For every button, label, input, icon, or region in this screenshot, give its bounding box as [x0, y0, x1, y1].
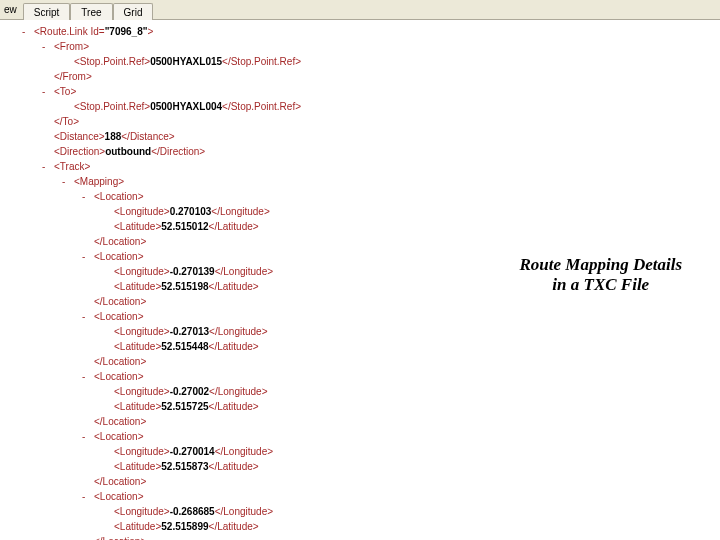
xml-value: 0500HYAXL015	[150, 54, 222, 69]
caption-line: in a TXC File	[520, 275, 682, 295]
collapse-icon[interactable]: -	[42, 39, 52, 54]
xml-tag: <Longitude>	[114, 264, 170, 279]
xml-node: - <Location>	[4, 369, 720, 384]
xml-tag: </Stop.Point.Ref>	[222, 99, 301, 114]
xml-node: - <To>	[4, 84, 720, 99]
xml-value: 52.515873	[161, 459, 208, 474]
xml-tag: <Direction>	[54, 144, 105, 159]
xml-tag: </Latitude>	[209, 459, 259, 474]
collapse-icon[interactable]: -	[82, 429, 92, 444]
xml-tag: </Longitude>	[211, 204, 269, 219]
xml-tag: </Latitude>	[209, 339, 259, 354]
xml-node: - <Track>	[4, 159, 720, 174]
xml-tag: </Latitude>	[209, 219, 259, 234]
collapse-icon[interactable]: -	[62, 174, 72, 189]
xml-tag: </Location>	[94, 354, 146, 369]
xml-value: 52.515198	[161, 279, 208, 294]
xml-tag: </Latitude>	[209, 399, 259, 414]
xml-tag: <Distance>	[54, 129, 105, 144]
xml-value: 0.270103	[170, 204, 212, 219]
xml-tag: <Longitude>	[114, 444, 170, 459]
xml-tag: <Track>	[54, 159, 90, 174]
xml-node: <Longitude>-0.27013</Longitude>	[4, 324, 720, 339]
xml-tag: <Mapping>	[74, 174, 124, 189]
xml-tag: <Location>	[94, 249, 144, 264]
xml-node: </Location>	[4, 354, 720, 369]
xml-value: 52.515012	[161, 219, 208, 234]
collapse-icon[interactable]: -	[82, 249, 92, 264]
xml-node: - <Location>	[4, 489, 720, 504]
collapse-icon[interactable]: -	[82, 369, 92, 384]
tab-script[interactable]: Script	[23, 3, 71, 21]
xml-node: </Location>	[4, 534, 720, 540]
caption-annotation: Route Mapping Details in a TXC File	[520, 255, 682, 295]
xml-tag: <Location>	[94, 429, 144, 444]
collapse-icon[interactable]: -	[42, 159, 52, 174]
xml-node: </From>	[4, 69, 720, 84]
xml-tag: </Location>	[94, 414, 146, 429]
collapse-icon[interactable]: -	[82, 489, 92, 504]
toolbar: ew Script Tree Grid	[0, 0, 720, 20]
xml-tag: </Location>	[94, 474, 146, 489]
xml-node: - <From>	[4, 39, 720, 54]
collapse-icon[interactable]: -	[42, 84, 52, 99]
xml-tag: <Location>	[94, 489, 144, 504]
xml-tag: <From>	[54, 39, 89, 54]
xml-node: <Latitude>52.515012</Latitude>	[4, 219, 720, 234]
xml-tag: </Stop.Point.Ref>	[222, 54, 301, 69]
xml-node: <Stop.Point.Ref>0500HYAXL015</Stop.Point…	[4, 54, 720, 69]
xml-tag: <Location>	[94, 189, 144, 204]
collapse-icon[interactable]: -	[82, 189, 92, 204]
xml-tag: <Longitude>	[114, 204, 170, 219]
xml-tag: <Longitude>	[114, 504, 170, 519]
xml-tag: <Latitude>	[114, 519, 161, 534]
xml-value: 52.515725	[161, 399, 208, 414]
xml-tag: <Stop.Point.Ref>	[74, 99, 150, 114]
xml-node: <Latitude>52.515873</Latitude>	[4, 459, 720, 474]
xml-tag: </Longitude>	[215, 504, 273, 519]
xml-node: <Longitude>-0.270014</Longitude>	[4, 444, 720, 459]
tab-grid[interactable]: Grid	[113, 3, 154, 21]
xml-node: <Longitude>-0.27002</Longitude>	[4, 384, 720, 399]
xml-tag: </Longitude>	[215, 264, 273, 279]
xml-node: <Direction>outbound</Direction>	[4, 144, 720, 159]
xml-tag: <Stop.Point.Ref>	[74, 54, 150, 69]
xml-value: -0.27002	[170, 384, 209, 399]
xml-node: </Location>	[4, 294, 720, 309]
xml-tag: <Longitude>	[114, 324, 170, 339]
xml-tag: </Location>	[94, 534, 146, 540]
xml-tag: </Location>	[94, 294, 146, 309]
tab-group: Script Tree Grid	[23, 0, 154, 20]
xml-node: - <Mapping>	[4, 174, 720, 189]
xml-tag: <Route.Link Id=	[34, 24, 105, 39]
xml-node: <Latitude>52.515899</Latitude>	[4, 519, 720, 534]
xml-node: </Location>	[4, 474, 720, 489]
xml-tag: </Direction>	[151, 144, 205, 159]
xml-tag: <Latitude>	[114, 399, 161, 414]
xml-value: 52.515448	[161, 339, 208, 354]
xml-node: - <Route.Link Id="7096_8">	[4, 24, 720, 39]
caption-line: Route Mapping Details	[520, 255, 682, 275]
collapse-icon[interactable]: -	[82, 309, 92, 324]
xml-tag: </From>	[54, 69, 92, 84]
xml-node: <Latitude>52.515448</Latitude>	[4, 339, 720, 354]
xml-tag: <Location>	[94, 369, 144, 384]
xml-tag: <Latitude>	[114, 339, 161, 354]
xml-value: 52.515899	[161, 519, 208, 534]
xml-tag: </Location>	[94, 234, 146, 249]
xml-tag: <Longitude>	[114, 384, 170, 399]
tab-tree[interactable]: Tree	[70, 3, 112, 21]
xml-node: <Longitude>-0.268685</Longitude>	[4, 504, 720, 519]
xml-node: - <Location>	[4, 189, 720, 204]
xml-tag: </Longitude>	[215, 444, 273, 459]
xml-node: <Distance>188</Distance>	[4, 129, 720, 144]
xml-tag: </Latitude>	[209, 279, 259, 294]
xml-tag: </To>	[54, 114, 79, 129]
xml-tag: <To>	[54, 84, 76, 99]
xml-value: -0.270139	[170, 264, 215, 279]
xml-tag: <Latitude>	[114, 219, 161, 234]
xml-tag: </Distance>	[121, 129, 174, 144]
collapse-icon[interactable]: -	[22, 24, 32, 39]
xml-tag: <Location>	[94, 309, 144, 324]
xml-node: </Location>	[4, 414, 720, 429]
